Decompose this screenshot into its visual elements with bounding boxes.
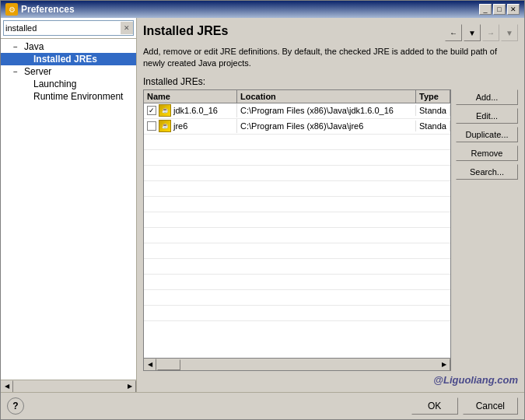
watermark: @Liguoliang.com xyxy=(433,374,518,386)
search-button[interactable]: Search... xyxy=(456,164,518,180)
expand-icon-server: − xyxy=(13,68,23,76)
preferences-window: ⚙ Preferences _ □ ✕ ✕ − Java xyxy=(0,0,525,420)
sidebar-item-installed-jres-label: Installed JREs xyxy=(33,54,97,65)
row2-type: Standa xyxy=(416,121,450,131)
cancel-button[interactable]: Cancel xyxy=(463,397,518,415)
right-header: Installed JREs ← ▼ → ▼ xyxy=(143,24,518,41)
ok-button[interactable]: OK xyxy=(411,397,458,415)
table-row-empty xyxy=(144,166,450,181)
row1-name: jdk1.6.0_16 xyxy=(173,106,218,115)
table-row-empty xyxy=(144,259,450,275)
nav-last-button[interactable]: ▼ xyxy=(501,24,518,41)
table-body: ✓ ☕ jdk1.6.0_16 C:\Program Files (x86)\J… xyxy=(144,103,450,358)
close-button[interactable]: ✕ xyxy=(507,4,520,15)
table-row-empty xyxy=(144,243,450,259)
table-row[interactable]: ✓ ☕ jdk1.6.0_16 C:\Program Files (x86)\J… xyxy=(144,103,450,119)
jre-table: Name Location Type ✓ ☕ jdk1.6.0_16 xyxy=(143,89,451,371)
table-scroll-right[interactable]: ▶ xyxy=(438,359,450,371)
title-bar-left: ⚙ Preferences xyxy=(5,3,75,16)
title-bar: ⚙ Preferences _ □ ✕ xyxy=(1,1,524,18)
action-buttons: Add... Edit... Duplicate... Remove Searc… xyxy=(456,89,518,371)
sidebar-item-installed-jres[interactable]: Installed JREs xyxy=(1,53,136,65)
col-header-location[interactable]: Location xyxy=(237,90,416,103)
nav-dropdown-button[interactable]: ▼ xyxy=(464,24,481,41)
table-row-empty xyxy=(144,275,450,290)
row2-jre-icon: ☕ xyxy=(159,120,171,132)
main-content: Name Location Type ✓ ☕ jdk1.6.0_16 xyxy=(143,89,518,371)
nav-buttons: ← ▼ → ▼ xyxy=(445,24,518,41)
sidebar-item-launching[interactable]: Launching xyxy=(1,78,136,90)
row1-checkbox[interactable]: ✓ xyxy=(147,106,156,115)
tree-panel: − Java Installed JREs − Server Launching xyxy=(1,39,136,380)
description-text: Add, remove or edit JRE definitions. By … xyxy=(143,46,518,70)
panel-title: Installed JREs xyxy=(143,24,228,38)
footer-buttons: OK Cancel xyxy=(411,397,518,415)
remove-button[interactable]: Remove xyxy=(456,145,518,161)
add-button[interactable]: Add... xyxy=(456,89,518,105)
scroll-right-button[interactable]: ▶ xyxy=(124,380,136,393)
title-buttons: _ □ ✕ xyxy=(479,4,520,15)
table-row-empty xyxy=(144,290,450,306)
table-row-empty xyxy=(144,212,450,228)
search-input[interactable] xyxy=(4,23,121,33)
window-icon: ⚙ xyxy=(5,3,18,16)
installed-label: Installed JREs: xyxy=(143,76,518,87)
sidebar-item-runtime-environment[interactable]: Runtime Environment xyxy=(1,90,136,103)
edit-button[interactable]: Edit... xyxy=(456,108,518,124)
nav-forward-button[interactable]: → xyxy=(482,24,499,41)
bottom-scrollbar: ◀ ▶ xyxy=(1,380,136,392)
row2-checkbox[interactable] xyxy=(147,121,156,131)
table-row-empty xyxy=(144,306,450,321)
table-row-empty xyxy=(144,135,450,150)
scroll-left-button[interactable]: ◀ xyxy=(1,380,13,393)
table-row-empty xyxy=(144,181,450,197)
table-row-empty xyxy=(144,197,450,212)
minimize-button[interactable]: _ xyxy=(479,4,492,15)
nav-back-button[interactable]: ← xyxy=(445,24,462,41)
sidebar-item-java-label: Java xyxy=(24,41,44,52)
left-panel: ✕ − Java Installed JREs − Server xyxy=(1,18,137,392)
duplicate-button[interactable]: Duplicate... xyxy=(456,127,518,142)
search-box: ✕ xyxy=(1,18,136,39)
expand-icon-java: − xyxy=(13,43,23,51)
table-scroll-h: ◀ ▶ xyxy=(144,358,450,370)
table-row[interactable]: ☕ jre6 C:\Program Files (x86)\Java\jre6 … xyxy=(144,119,450,135)
table-scroll-thumb[interactable] xyxy=(157,359,180,370)
table-row-empty xyxy=(144,150,450,166)
row1-type: Standa xyxy=(416,105,450,116)
col-header-type[interactable]: Type xyxy=(416,90,450,103)
search-input-wrapper: ✕ xyxy=(3,20,134,36)
sidebar-item-server-label: Server xyxy=(24,66,51,77)
table-scroll-left[interactable]: ◀ xyxy=(144,359,156,371)
sidebar-item-server[interactable]: − Server xyxy=(1,65,136,78)
col-header-name[interactable]: Name xyxy=(144,90,237,103)
help-button[interactable]: ? xyxy=(7,397,24,415)
sidebar-item-java[interactable]: − Java xyxy=(1,40,136,53)
right-panel: Installed JREs ← ▼ → ▼ Add, remove or ed… xyxy=(137,18,524,392)
row2-name: jre6 xyxy=(173,121,187,131)
row1-jre-icon: ☕ xyxy=(159,104,171,117)
table-row-empty xyxy=(144,228,450,243)
search-clear-button[interactable]: ✕ xyxy=(121,22,133,34)
row1-location: C:\Program Files (x86)\Java\jdk1.6.0_16 xyxy=(237,105,416,116)
window-title: Preferences xyxy=(21,4,75,15)
table-scroll-track xyxy=(156,359,438,371)
sidebar-item-runtime-label: Runtime Environment xyxy=(33,91,123,102)
scroll-track-h xyxy=(13,380,124,393)
row2-name-cell: ☕ jre6 xyxy=(144,119,237,133)
table-header: Name Location Type xyxy=(144,90,450,103)
row1-name-cell: ✓ ☕ jdk1.6.0_16 xyxy=(144,103,237,117)
maximize-button[interactable]: □ xyxy=(493,4,506,15)
footer: ? OK Cancel xyxy=(1,392,524,419)
sidebar-item-launching-label: Launching xyxy=(33,79,76,89)
content-area: ✕ − Java Installed JREs − Server xyxy=(1,18,524,392)
row2-location: C:\Program Files (x86)\Java\jre6 xyxy=(237,121,416,131)
